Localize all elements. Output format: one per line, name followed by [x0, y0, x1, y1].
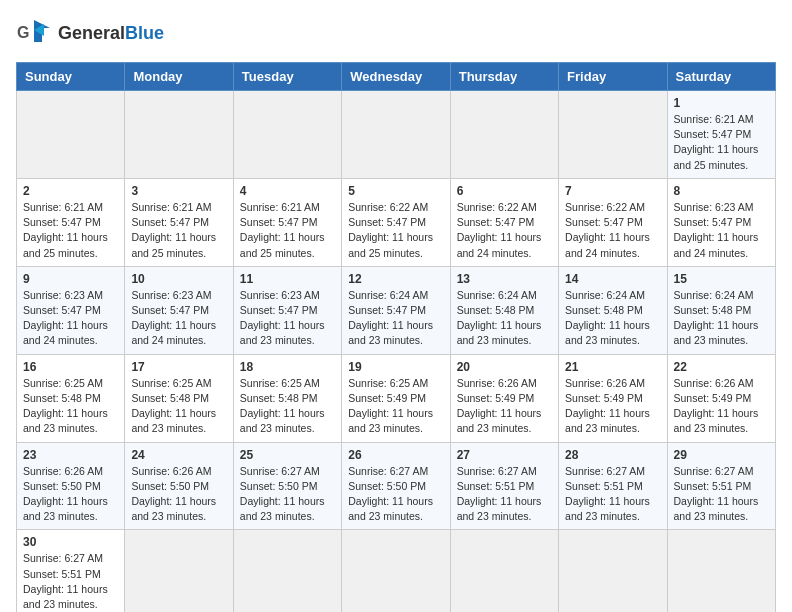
column-header-friday: Friday	[559, 63, 667, 91]
day-info: Sunrise: 6:23 AMSunset: 5:47 PMDaylight:…	[131, 288, 226, 349]
column-header-wednesday: Wednesday	[342, 63, 450, 91]
day-number: 30	[23, 535, 118, 549]
calendar-day	[342, 530, 450, 612]
calendar-day: 3Sunrise: 6:21 AMSunset: 5:47 PMDaylight…	[125, 178, 233, 266]
day-number: 2	[23, 184, 118, 198]
day-number: 14	[565, 272, 660, 286]
calendar-day	[342, 91, 450, 179]
column-header-thursday: Thursday	[450, 63, 558, 91]
calendar-day	[450, 530, 558, 612]
calendar-day: 18Sunrise: 6:25 AMSunset: 5:48 PMDayligh…	[233, 354, 341, 442]
day-number: 6	[457, 184, 552, 198]
column-header-sunday: Sunday	[17, 63, 125, 91]
day-number: 9	[23, 272, 118, 286]
calendar-day: 9Sunrise: 6:23 AMSunset: 5:47 PMDaylight…	[17, 266, 125, 354]
calendar-day	[559, 530, 667, 612]
calendar-day: 12Sunrise: 6:24 AMSunset: 5:47 PMDayligh…	[342, 266, 450, 354]
day-number: 11	[240, 272, 335, 286]
calendar-day	[450, 91, 558, 179]
calendar-day	[233, 530, 341, 612]
day-info: Sunrise: 6:23 AMSunset: 5:47 PMDaylight:…	[674, 200, 769, 261]
day-info: Sunrise: 6:25 AMSunset: 5:48 PMDaylight:…	[23, 376, 118, 437]
calendar-day: 23Sunrise: 6:26 AMSunset: 5:50 PMDayligh…	[17, 442, 125, 530]
calendar-day: 24Sunrise: 6:26 AMSunset: 5:50 PMDayligh…	[125, 442, 233, 530]
header-row: SundayMondayTuesdayWednesdayThursdayFrid…	[17, 63, 776, 91]
svg-text:G: G	[17, 24, 29, 41]
calendar-day	[17, 91, 125, 179]
day-info: Sunrise: 6:26 AMSunset: 5:49 PMDaylight:…	[457, 376, 552, 437]
calendar-week-6: 30Sunrise: 6:27 AMSunset: 5:51 PMDayligh…	[17, 530, 776, 612]
calendar-day: 17Sunrise: 6:25 AMSunset: 5:48 PMDayligh…	[125, 354, 233, 442]
day-number: 23	[23, 448, 118, 462]
calendar-day: 20Sunrise: 6:26 AMSunset: 5:49 PMDayligh…	[450, 354, 558, 442]
day-number: 16	[23, 360, 118, 374]
day-number: 22	[674, 360, 769, 374]
calendar-day: 27Sunrise: 6:27 AMSunset: 5:51 PMDayligh…	[450, 442, 558, 530]
calendar-day	[233, 91, 341, 179]
calendar-day	[559, 91, 667, 179]
day-info: Sunrise: 6:26 AMSunset: 5:50 PMDaylight:…	[131, 464, 226, 525]
day-number: 21	[565, 360, 660, 374]
page-header: G GeneralBlue	[16, 16, 776, 52]
day-info: Sunrise: 6:26 AMSunset: 5:49 PMDaylight:…	[565, 376, 660, 437]
day-info: Sunrise: 6:22 AMSunset: 5:47 PMDaylight:…	[348, 200, 443, 261]
calendar-week-5: 23Sunrise: 6:26 AMSunset: 5:50 PMDayligh…	[17, 442, 776, 530]
calendar-day: 4Sunrise: 6:21 AMSunset: 5:47 PMDaylight…	[233, 178, 341, 266]
day-number: 12	[348, 272, 443, 286]
day-info: Sunrise: 6:21 AMSunset: 5:47 PMDaylight:…	[131, 200, 226, 261]
day-info: Sunrise: 6:27 AMSunset: 5:51 PMDaylight:…	[674, 464, 769, 525]
day-info: Sunrise: 6:26 AMSunset: 5:50 PMDaylight:…	[23, 464, 118, 525]
calendar-day: 13Sunrise: 6:24 AMSunset: 5:48 PMDayligh…	[450, 266, 558, 354]
day-info: Sunrise: 6:25 AMSunset: 5:49 PMDaylight:…	[348, 376, 443, 437]
day-number: 29	[674, 448, 769, 462]
calendar-week-4: 16Sunrise: 6:25 AMSunset: 5:48 PMDayligh…	[17, 354, 776, 442]
calendar-header: SundayMondayTuesdayWednesdayThursdayFrid…	[17, 63, 776, 91]
calendar-day: 2Sunrise: 6:21 AMSunset: 5:47 PMDaylight…	[17, 178, 125, 266]
calendar-day: 6Sunrise: 6:22 AMSunset: 5:47 PMDaylight…	[450, 178, 558, 266]
calendar-day: 28Sunrise: 6:27 AMSunset: 5:51 PMDayligh…	[559, 442, 667, 530]
day-number: 10	[131, 272, 226, 286]
logo: G GeneralBlue	[16, 16, 164, 52]
day-number: 4	[240, 184, 335, 198]
day-number: 13	[457, 272, 552, 286]
day-number: 5	[348, 184, 443, 198]
calendar-day: 10Sunrise: 6:23 AMSunset: 5:47 PMDayligh…	[125, 266, 233, 354]
day-info: Sunrise: 6:23 AMSunset: 5:47 PMDaylight:…	[23, 288, 118, 349]
day-info: Sunrise: 6:24 AMSunset: 5:47 PMDaylight:…	[348, 288, 443, 349]
day-info: Sunrise: 6:22 AMSunset: 5:47 PMDaylight:…	[457, 200, 552, 261]
day-number: 24	[131, 448, 226, 462]
calendar-week-2: 2Sunrise: 6:21 AMSunset: 5:47 PMDaylight…	[17, 178, 776, 266]
column-header-tuesday: Tuesday	[233, 63, 341, 91]
day-info: Sunrise: 6:27 AMSunset: 5:51 PMDaylight:…	[457, 464, 552, 525]
day-info: Sunrise: 6:21 AMSunset: 5:47 PMDaylight:…	[240, 200, 335, 261]
calendar-table: SundayMondayTuesdayWednesdayThursdayFrid…	[16, 62, 776, 612]
day-info: Sunrise: 6:23 AMSunset: 5:47 PMDaylight:…	[240, 288, 335, 349]
calendar-day	[125, 91, 233, 179]
calendar-day: 29Sunrise: 6:27 AMSunset: 5:51 PMDayligh…	[667, 442, 775, 530]
calendar-day: 11Sunrise: 6:23 AMSunset: 5:47 PMDayligh…	[233, 266, 341, 354]
column-header-monday: Monday	[125, 63, 233, 91]
day-info: Sunrise: 6:27 AMSunset: 5:51 PMDaylight:…	[23, 551, 118, 612]
column-header-saturday: Saturday	[667, 63, 775, 91]
calendar-day: 7Sunrise: 6:22 AMSunset: 5:47 PMDaylight…	[559, 178, 667, 266]
day-number: 1	[674, 96, 769, 110]
day-number: 28	[565, 448, 660, 462]
day-info: Sunrise: 6:27 AMSunset: 5:50 PMDaylight:…	[348, 464, 443, 525]
calendar-week-3: 9Sunrise: 6:23 AMSunset: 5:47 PMDaylight…	[17, 266, 776, 354]
day-info: Sunrise: 6:27 AMSunset: 5:50 PMDaylight:…	[240, 464, 335, 525]
day-number: 27	[457, 448, 552, 462]
calendar-day: 21Sunrise: 6:26 AMSunset: 5:49 PMDayligh…	[559, 354, 667, 442]
day-info: Sunrise: 6:24 AMSunset: 5:48 PMDaylight:…	[674, 288, 769, 349]
day-number: 15	[674, 272, 769, 286]
calendar-day: 5Sunrise: 6:22 AMSunset: 5:47 PMDaylight…	[342, 178, 450, 266]
day-number: 17	[131, 360, 226, 374]
day-number: 8	[674, 184, 769, 198]
day-info: Sunrise: 6:21 AMSunset: 5:47 PMDaylight:…	[674, 112, 769, 173]
calendar-day: 22Sunrise: 6:26 AMSunset: 5:49 PMDayligh…	[667, 354, 775, 442]
calendar-day: 30Sunrise: 6:27 AMSunset: 5:51 PMDayligh…	[17, 530, 125, 612]
day-number: 3	[131, 184, 226, 198]
calendar-day	[667, 530, 775, 612]
calendar-day: 8Sunrise: 6:23 AMSunset: 5:47 PMDaylight…	[667, 178, 775, 266]
day-info: Sunrise: 6:27 AMSunset: 5:51 PMDaylight:…	[565, 464, 660, 525]
calendar-day: 19Sunrise: 6:25 AMSunset: 5:49 PMDayligh…	[342, 354, 450, 442]
